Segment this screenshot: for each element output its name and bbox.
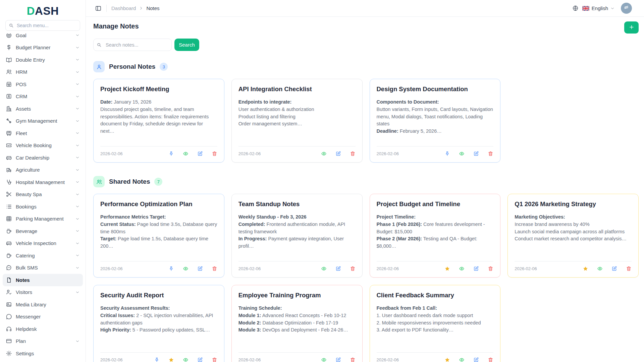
- sidebar-item-parking-management[interactable]: Parking Management: [3, 213, 83, 225]
- trash-icon[interactable]: [488, 357, 493, 362]
- sidebar-item-helpdesk[interactable]: Helpdesk: [3, 323, 83, 335]
- eye-icon[interactable]: [183, 357, 189, 362]
- sidebar-item-bookings[interactable]: Bookings: [3, 200, 83, 213]
- sidebar-item-pos[interactable]: POS: [3, 78, 83, 90]
- eye-icon[interactable]: [183, 266, 189, 272]
- chevron-down-icon: [75, 241, 79, 245]
- sidebar: DASH GoalBudget PlannerDouble EntryHRMPO…: [0, 0, 86, 362]
- chevron-down-icon: [75, 266, 79, 270]
- note-title: Client Feedback Summary: [377, 292, 494, 299]
- pin-icon[interactable]: [168, 266, 174, 272]
- star-icon[interactable]: [444, 266, 450, 272]
- trash-icon[interactable]: [212, 151, 217, 157]
- edit-icon[interactable]: [335, 357, 341, 362]
- avatar[interactable]: [621, 3, 632, 14]
- note-actions: [321, 357, 356, 362]
- sidebar-item-label: Vehicle Booking: [16, 142, 72, 148]
- company-logo-icon: [623, 4, 630, 12]
- edit-icon[interactable]: [611, 266, 617, 272]
- edit-icon[interactable]: [197, 357, 203, 362]
- sidebar-item-messenger[interactable]: Messenger: [3, 311, 83, 323]
- note-date: 2026-02-06: [515, 266, 537, 271]
- edit-icon[interactable]: [473, 151, 479, 157]
- sidebar-item-catering[interactable]: Catering: [3, 249, 83, 262]
- sidebar-toggle-icon[interactable]: [95, 5, 102, 12]
- sidebar-item-crm[interactable]: CRM: [3, 90, 83, 103]
- note-body: Weekly Standup - Feb 3, 2026Completed: F…: [238, 214, 356, 261]
- eye-icon[interactable]: [597, 266, 603, 272]
- eye-icon[interactable]: [459, 151, 465, 157]
- star-icon[interactable]: [168, 357, 174, 362]
- edit-icon[interactable]: [473, 357, 479, 362]
- note-actions: [168, 266, 217, 272]
- search-button[interactable]: Search: [174, 39, 199, 51]
- trash-icon[interactable]: [626, 266, 632, 272]
- language-selector[interactable]: English: [582, 5, 614, 11]
- page-header: Manage Notes: [93, 21, 639, 34]
- sidebar-item-assets[interactable]: Assets: [3, 103, 83, 115]
- trash-icon[interactable]: [488, 266, 493, 272]
- sidebar-item-vehicle-inspection[interactable]: Vehicle Inspection: [3, 237, 83, 250]
- sidebar-item-label: Settings: [16, 351, 79, 356]
- note-card-api-integration-checklist: API Integration ChecklistEndpoints to in…: [231, 79, 363, 163]
- note-footer: 2026-02-06: [377, 146, 494, 157]
- sidebar-item-label: Car Dealership: [16, 155, 72, 161]
- sidebar-item-settings[interactable]: Settings: [3, 347, 83, 360]
- chevron-down-icon: [75, 339, 79, 343]
- notes-search-input[interactable]: [93, 39, 172, 51]
- pin-icon[interactable]: [154, 357, 160, 362]
- edit-icon[interactable]: [335, 266, 341, 272]
- note-card-project-budget-and-timeline: Project Budget and TimelineProject Timel…: [370, 194, 501, 278]
- sidebar-item-notes[interactable]: Notes: [3, 274, 83, 286]
- chevron-down-icon: [75, 217, 79, 221]
- eye-icon[interactable]: [459, 266, 465, 272]
- sidebar-item-gym-management[interactable]: Gym Management: [3, 115, 83, 127]
- note-body: Training Schedule:Module 1: Advanced Rea…: [238, 305, 356, 352]
- eye-icon[interactable]: [459, 357, 465, 362]
- sidebar-item-plan[interactable]: Plan: [3, 335, 83, 348]
- pin-icon[interactable]: [444, 151, 450, 157]
- edit-icon[interactable]: [197, 266, 203, 272]
- cards-grid: Performance Optimization PlanPerformance…: [93, 194, 639, 362]
- sidebar-item-visitors[interactable]: Visitors: [3, 286, 83, 299]
- star-icon[interactable]: [583, 266, 588, 272]
- sidebar-item-vehicle-booking[interactable]: Vehicle Booking: [3, 139, 83, 152]
- sidebar-item-agriculture[interactable]: Agriculture: [3, 164, 83, 176]
- eye-icon[interactable]: [321, 357, 327, 362]
- pin-icon[interactable]: [168, 151, 174, 157]
- sidebar-item-double-entry[interactable]: Double Entry: [3, 54, 83, 66]
- trash-icon[interactable]: [350, 266, 356, 272]
- add-note-button[interactable]: [624, 21, 639, 34]
- logo-letter-d: D: [27, 5, 35, 17]
- note-card-project-kickoff-meeting: Project Kickoff MeetingDate: January 15,…: [93, 79, 224, 163]
- trash-icon[interactable]: [350, 357, 356, 362]
- note-title: API Integration Checklist: [238, 85, 356, 93]
- app-logo: DASH: [0, 0, 86, 20]
- eye-icon[interactable]: [321, 266, 327, 272]
- sidebar-item-bulk-sms[interactable]: Bulk SMS: [3, 262, 83, 274]
- sidebar-item-beverage[interactable]: Beverage: [3, 225, 83, 237]
- star-icon[interactable]: [444, 357, 450, 362]
- sidebar-item-fleet[interactable]: Fleet: [3, 127, 83, 139]
- section-title: Personal Notes: [109, 63, 155, 70]
- sidebar-item-car-dealership[interactable]: Car Dealership: [3, 152, 83, 164]
- trash-icon[interactable]: [212, 266, 217, 272]
- sidebar-item-media-library[interactable]: Media Library: [3, 298, 83, 311]
- breadcrumb-dashboard[interactable]: Dashboard: [111, 5, 136, 11]
- trash-icon[interactable]: [488, 151, 493, 157]
- eye-icon[interactable]: [321, 151, 327, 157]
- sidebar-item-hrm[interactable]: HRM: [3, 66, 83, 78]
- chevron-down-icon: [75, 107, 79, 111]
- sidebar-item-budget-planner[interactable]: Budget Planner: [3, 42, 83, 54]
- sidebar-item-goal[interactable]: Goal: [3, 34, 83, 42]
- sidebar-search-input[interactable]: [5, 20, 80, 31]
- edit-icon[interactable]: [335, 151, 341, 157]
- eye-icon[interactable]: [183, 151, 189, 157]
- sidebar-item-beauty-spa[interactable]: Beauty Spa: [3, 188, 83, 201]
- edit-icon[interactable]: [197, 151, 203, 157]
- edit-icon[interactable]: [473, 266, 479, 272]
- sidebar-item-hospital-management[interactable]: Hospital Management: [3, 176, 83, 188]
- globe-icon[interactable]: [572, 5, 579, 11]
- trash-icon[interactable]: [212, 357, 217, 362]
- trash-icon[interactable]: [350, 151, 356, 157]
